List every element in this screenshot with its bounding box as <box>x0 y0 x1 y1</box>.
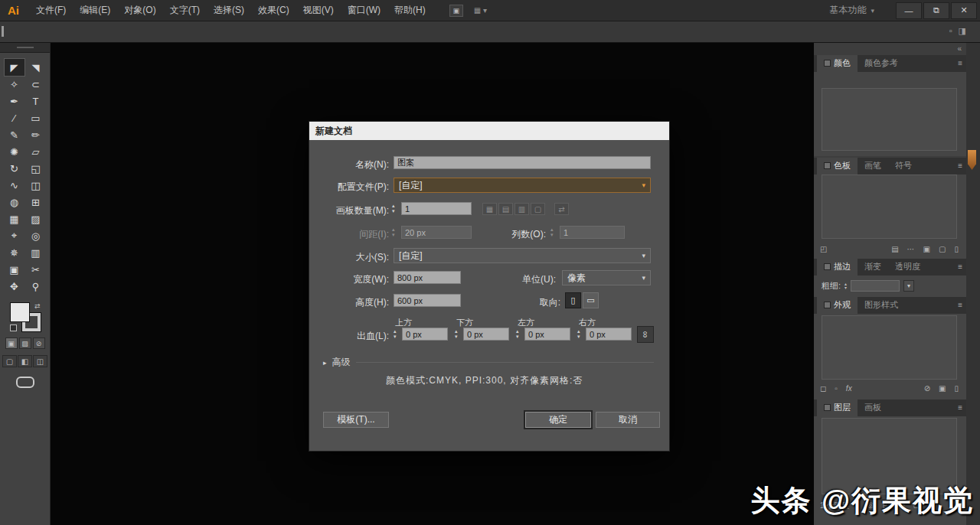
arrange-documents-icon[interactable]: ▣ <box>449 5 463 17</box>
stroke-panel-menu-icon[interactable]: ≡ <box>958 262 962 271</box>
default-fill-stroke-icon[interactable] <box>10 324 17 331</box>
blob-brush-tool-icon[interactable]: ✺ <box>5 143 24 160</box>
none-mode-button[interactable]: ⊘ <box>33 338 45 349</box>
delete-item-icon[interactable]: ▯ <box>954 384 959 393</box>
tab-graphic-styles[interactable]: 图形样式 <box>858 297 905 314</box>
pencil-tool-icon[interactable]: ✏ <box>26 126 46 143</box>
restore-button[interactable]: ⧉ <box>923 2 949 19</box>
artboards-input[interactable] <box>401 202 472 215</box>
tab-layers[interactable]: 图层 <box>817 399 858 416</box>
swatches-panel-menu-icon[interactable]: ≡ <box>958 161 962 170</box>
rotate-tool-icon[interactable]: ↻ <box>5 160 24 177</box>
stroke-weight-input[interactable] <box>851 280 900 292</box>
gradient-tool-icon[interactable]: ▨ <box>26 210 46 227</box>
duplicate-item-icon[interactable]: ▣ <box>939 384 946 393</box>
menu-item-effect[interactable]: 效果(C) <box>251 4 296 17</box>
column-graph-tool-icon[interactable]: ▥ <box>26 244 46 261</box>
draw-behind-button[interactable]: ◧ <box>18 355 32 367</box>
artboard-tool-icon[interactable]: ▣ <box>5 261 24 278</box>
width-tool-icon[interactable]: ∿ <box>5 177 24 194</box>
menu-item-view[interactable]: 视图(V) <box>296 4 341 17</box>
swatch-kinds-icon[interactable]: ▤ <box>891 245 898 253</box>
size-dropdown[interactable]: [自定] ▾ <box>394 248 651 263</box>
eyedropper-tool-icon[interactable]: ⌖ <box>5 227 24 244</box>
fill-stroke-widget[interactable]: ⇄ <box>10 302 41 331</box>
arrange-by-column-icon[interactable]: ▢ <box>531 203 545 215</box>
slice-tool-icon[interactable]: ✂ <box>26 261 46 278</box>
bleed-right-input[interactable] <box>586 328 632 341</box>
bleed-right-spinner[interactable]: ▴▾ <box>577 328 584 339</box>
width-input[interactable] <box>394 271 461 284</box>
ok-button[interactable]: 确定 <box>525 412 591 428</box>
color-mode-button[interactable]: ▣ <box>5 338 18 349</box>
clear-appearance-icon[interactable]: ⊘ <box>924 384 930 393</box>
units-dropdown[interactable]: 像素 ▾ <box>562 270 651 285</box>
bleed-bottom-input[interactable] <box>463 328 509 341</box>
control-bar-dock-icon[interactable]: ◨ <box>959 26 966 36</box>
new-fill-icon[interactable]: ▫ <box>835 384 838 393</box>
workspace-switcher[interactable]: 基本功能 <box>829 4 866 17</box>
menu-item-edit[interactable]: 编辑(E) <box>73 4 117 17</box>
stroke-weight-spinner[interactable]: ▴▾ <box>844 282 847 290</box>
tab-stroke[interactable]: 描边 <box>817 259 858 276</box>
magic-wand-tool-icon[interactable]: ✧ <box>5 76 24 93</box>
minimize-button[interactable]: — <box>896 2 922 19</box>
grid-by-row-icon[interactable]: ▦ <box>482 203 497 215</box>
control-bar-panel-icon[interactable]: ▫ <box>949 26 952 36</box>
zoom-tool-icon[interactable]: ⚲ <box>26 278 46 295</box>
bleed-left-input[interactable] <box>524 328 570 341</box>
appearance-panel-content[interactable] <box>822 315 957 380</box>
symbol-sprayer-tool-icon[interactable]: ✵ <box>5 244 24 261</box>
mesh-tool-icon[interactable]: ▦ <box>5 210 24 227</box>
tab-gradient[interactable]: 渐变 <box>858 259 888 276</box>
selection-tool-icon[interactable]: ◤ <box>5 59 24 76</box>
gradient-mode-button[interactable]: ▨ <box>19 338 31 349</box>
swap-fill-stroke-icon[interactable]: ⇄ <box>34 302 41 310</box>
pen-tool-icon[interactable]: ✒ <box>5 93 24 109</box>
swatch-options-icon[interactable]: ⋯ <box>907 245 915 253</box>
rectangle-tool-icon[interactable]: ▭ <box>26 109 46 126</box>
perspective-grid-tool-icon[interactable]: ⊞ <box>26 194 46 210</box>
color-panel-content[interactable] <box>822 88 957 151</box>
layers-panel-menu-icon[interactable]: ≡ <box>958 403 962 412</box>
menu-item-help[interactable]: 帮助(H) <box>387 4 433 17</box>
delete-swatch-icon[interactable]: ▯ <box>954 245 959 253</box>
tab-appearance[interactable]: 外观 <box>817 297 858 314</box>
arrange-by-row-icon[interactable]: ▥ <box>514 203 529 215</box>
cancel-button[interactable]: 取消 <box>596 412 660 428</box>
appearance-panel-menu-icon[interactable]: ≡ <box>958 301 962 309</box>
artboards-spinner[interactable]: ▴▾ <box>392 203 399 214</box>
add-effect-icon[interactable]: fx <box>846 384 852 393</box>
tab-color-guide[interactable]: 颜色参考 <box>858 55 905 72</box>
tab-symbols[interactable]: 符号 <box>888 158 919 174</box>
tab-color[interactable]: 颜色 <box>817 55 858 72</box>
scale-tool-icon[interactable]: ◱ <box>26 160 46 177</box>
direct-selection-tool-icon[interactable]: ◥ <box>26 59 46 76</box>
tab-artboards[interactable]: 画板 <box>858 399 888 416</box>
new-swatch-icon[interactable]: ▢ <box>939 245 946 253</box>
tab-swatches[interactable]: 色板 <box>817 158 858 174</box>
grid-by-column-icon[interactable]: ▤ <box>498 203 513 215</box>
screen-mode-button[interactable] <box>16 377 34 388</box>
eraser-tool-icon[interactable]: ▱ <box>26 143 46 160</box>
fill-swatch[interactable] <box>10 302 30 322</box>
swatches-panel-content[interactable] <box>822 174 957 239</box>
tab-transparency[interactable]: 透明度 <box>888 259 927 276</box>
shape-builder-tool-icon[interactable]: ◍ <box>5 194 24 210</box>
menu-item-file[interactable]: 文件(F) <box>29 4 73 17</box>
layout-dropdown[interactable]: ▦ ▾ <box>474 6 487 15</box>
landscape-orientation-button[interactable]: ▭ <box>583 292 599 308</box>
name-input[interactable] <box>394 156 651 169</box>
menu-item-select[interactable]: 选择(S) <box>207 4 251 17</box>
new-stroke-icon[interactable]: ◻ <box>820 384 826 393</box>
tab-brushes[interactable]: 画笔 <box>858 158 888 174</box>
type-tool-icon[interactable]: T <box>26 93 46 109</box>
line-segment-tool-icon[interactable]: ∕ <box>5 109 24 126</box>
bleed-top-spinner[interactable]: ▴▾ <box>394 328 400 339</box>
free-transform-tool-icon[interactable]: ◫ <box>26 177 46 194</box>
swatch-libraries-icon[interactable]: ◰ <box>820 245 827 253</box>
menu-item-object[interactable]: 对象(O) <box>117 4 162 17</box>
advanced-disclosure[interactable]: ▸ 高级 <box>323 356 654 369</box>
close-button[interactable]: ✕ <box>951 2 977 19</box>
hand-tool-icon[interactable]: ✥ <box>5 278 24 295</box>
